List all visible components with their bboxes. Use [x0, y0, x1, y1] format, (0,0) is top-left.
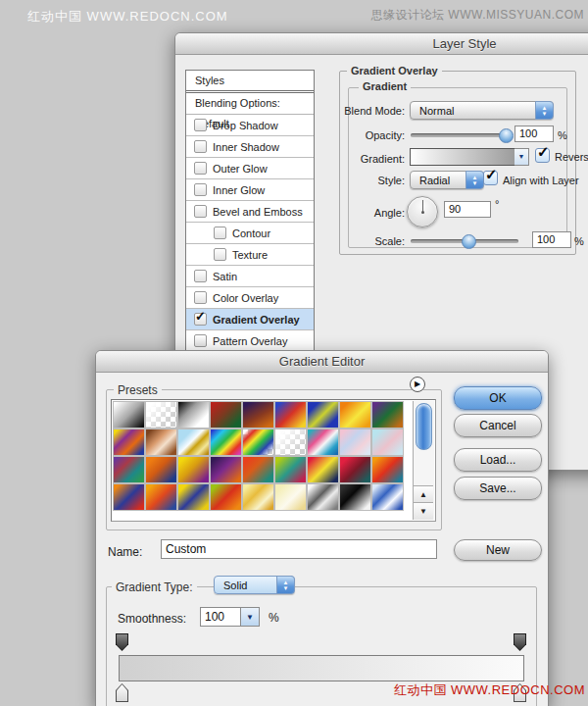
preset-swatch[interactable]	[307, 401, 339, 429]
preset-swatch[interactable]	[145, 483, 177, 511]
preset-swatch[interactable]	[274, 483, 307, 511]
style-item-checkbox[interactable]	[214, 227, 226, 239]
reverse-checkbox[interactable]	[535, 148, 550, 163]
preset-swatch[interactable]	[307, 483, 339, 511]
style-item[interactable]: Texture	[186, 244, 314, 266]
preset-swatch[interactable]	[210, 456, 242, 483]
scale-value-field[interactable]: 100	[532, 231, 571, 248]
scale-slider-thumb[interactable]	[462, 234, 476, 249]
style-item[interactable]: Pattern Overlay	[186, 330, 314, 352]
preset-swatch[interactable]	[210, 483, 242, 511]
preset-swatch[interactable]	[242, 401, 274, 429]
blend-mode-select[interactable]: Normal ▲▼	[410, 101, 554, 120]
preset-swatch[interactable]	[371, 429, 404, 456]
style-item-label: Texture	[232, 249, 268, 261]
style-item-checkbox[interactable]	[194, 291, 207, 304]
preset-swatch[interactable]	[145, 401, 177, 429]
scrollbar-thumb[interactable]	[416, 403, 432, 450]
style-item[interactable]: Contour	[186, 223, 314, 244]
preset-swatch[interactable]	[274, 456, 307, 483]
preset-swatch[interactable]	[113, 456, 145, 483]
style-item-checkbox[interactable]	[194, 140, 207, 153]
style-item-checkbox[interactable]	[194, 334, 207, 347]
preset-swatch[interactable]	[177, 456, 210, 483]
name-input[interactable]	[161, 539, 437, 559]
style-item-checkbox[interactable]	[194, 270, 207, 282]
preset-swatch[interactable]	[307, 456, 339, 483]
cancel-button[interactable]: Cancel	[454, 414, 542, 437]
preset-swatch[interactable]	[274, 401, 307, 429]
style-item-checkbox[interactable]	[194, 119, 207, 131]
opacity-slider-thumb[interactable]	[499, 128, 514, 143]
align-with-layer-checkbox[interactable]	[483, 171, 498, 185]
scale-slider[interactable]	[411, 239, 518, 243]
style-item[interactable]: Bevel and Emboss	[186, 201, 314, 223]
style-item-checkbox[interactable]	[194, 183, 207, 196]
preset-swatch[interactable]	[371, 401, 404, 429]
gradient-dropdown-icon[interactable]: ▼	[514, 148, 529, 166]
opacity-slider[interactable]	[411, 133, 509, 137]
presets-menu-icon[interactable]: ▶	[410, 377, 425, 392]
scroll-down-icon[interactable]: ▼	[414, 502, 433, 520]
smoothness-dropdown-icon[interactable]: ▼	[240, 607, 260, 627]
preset-swatch[interactable]	[242, 483, 274, 511]
presets-scrollbar[interactable]: ▲ ▼	[413, 401, 434, 520]
preset-swatch[interactable]	[210, 429, 242, 456]
preset-swatch[interactable]	[177, 429, 210, 456]
save-button[interactable]: Save...	[454, 477, 542, 500]
gradient-type-select[interactable]: Solid ▲▼	[214, 576, 295, 594]
preset-swatch[interactable]	[371, 483, 404, 511]
preset-swatch[interactable]	[145, 456, 177, 483]
ok-button[interactable]: OK	[454, 386, 542, 410]
angle-unit: °	[495, 198, 499, 210]
style-item-label: Pattern Overlay	[213, 335, 287, 347]
style-item-checkbox[interactable]	[194, 205, 207, 218]
preset-swatch[interactable]	[339, 456, 371, 483]
angle-dial[interactable]	[407, 196, 438, 227]
preset-swatch[interactable]	[113, 483, 145, 511]
style-item[interactable]: Inner Shadow	[186, 136, 314, 158]
load-button[interactable]: Load...	[454, 448, 542, 472]
style-item[interactable]: Satin	[186, 266, 314, 287]
preset-swatch[interactable]	[242, 456, 274, 483]
preset-swatch[interactable]	[177, 483, 210, 511]
gradient-editor-titlebar[interactable]: Gradient Editor	[96, 351, 548, 373]
style-item-checkbox[interactable]	[194, 313, 207, 326]
preset-swatch[interactable]	[307, 429, 339, 456]
style-item[interactable]: Inner Glow	[186, 179, 314, 201]
new-button[interactable]: New	[454, 539, 542, 561]
preset-swatch[interactable]	[371, 456, 404, 483]
name-label: Name:	[108, 545, 142, 559]
preset-swatch[interactable]	[339, 401, 371, 429]
layer-style-titlebar[interactable]: Layer Style	[175, 33, 588, 55]
blending-options-item[interactable]: Blending Options: Default	[186, 93, 314, 115]
opacity-value-field[interactable]: 100	[514, 126, 554, 142]
styles-list-items: Drop ShadowInner ShadowOuter GlowInner G…	[186, 115, 314, 352]
style-item-checkbox[interactable]	[194, 162, 207, 175]
preset-swatch[interactable]	[145, 429, 177, 456]
preset-swatch[interactable]	[113, 401, 145, 429]
scroll-up-icon[interactable]: ▲	[414, 485, 433, 503]
style-item[interactable]: Color Overlay	[186, 287, 314, 309]
preset-swatch[interactable]	[339, 429, 371, 456]
style-item[interactable]: Outer Glow	[186, 158, 314, 179]
preset-swatch[interactable]	[113, 429, 145, 456]
gradient-bar[interactable]	[119, 655, 524, 681]
watermark-top-left: 红动中国 WWW.REDOCN.COM	[27, 8, 228, 25]
opacity-unit: %	[558, 129, 567, 141]
smoothness-field[interactable]: 100	[200, 607, 245, 627]
preset-swatch[interactable]	[242, 429, 274, 456]
watermark-top-right: 思缘设计论坛 WWW.MISSYUAN.COM	[371, 7, 585, 24]
style-item[interactable]: Gradient Overlay	[186, 309, 314, 330]
gradient-type-value: Solid	[223, 580, 247, 591]
preset-swatch[interactable]	[274, 429, 307, 456]
scale-unit: %	[574, 235, 584, 247]
style-item-checkbox[interactable]	[214, 248, 226, 261]
preset-swatch[interactable]	[210, 401, 242, 429]
style-select[interactable]: Radial ▲▼	[410, 171, 484, 189]
gradient-preview[interactable]	[410, 148, 515, 166]
style-item-label: Inner Glow	[213, 184, 265, 196]
angle-value-field[interactable]: 90	[444, 201, 491, 218]
preset-swatch[interactable]	[177, 401, 210, 429]
preset-swatch[interactable]	[339, 483, 371, 511]
